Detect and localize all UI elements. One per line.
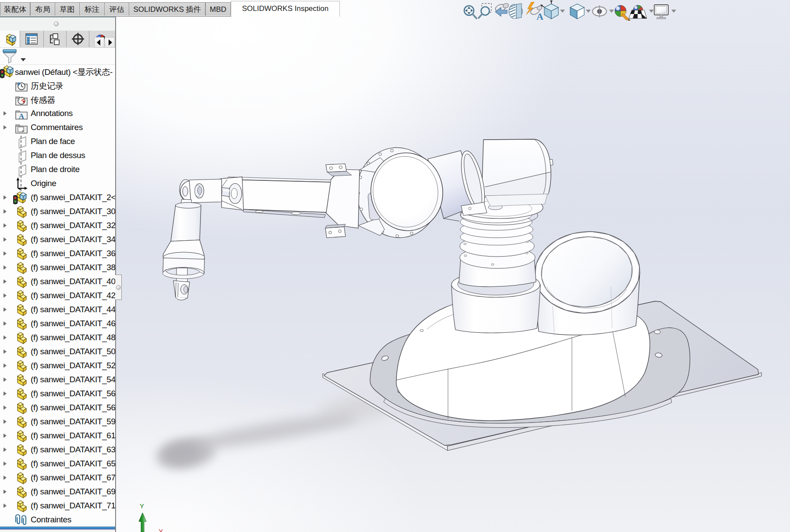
svg-text:Y: Y: [140, 502, 144, 510]
svg-text:X: X: [159, 528, 163, 532]
